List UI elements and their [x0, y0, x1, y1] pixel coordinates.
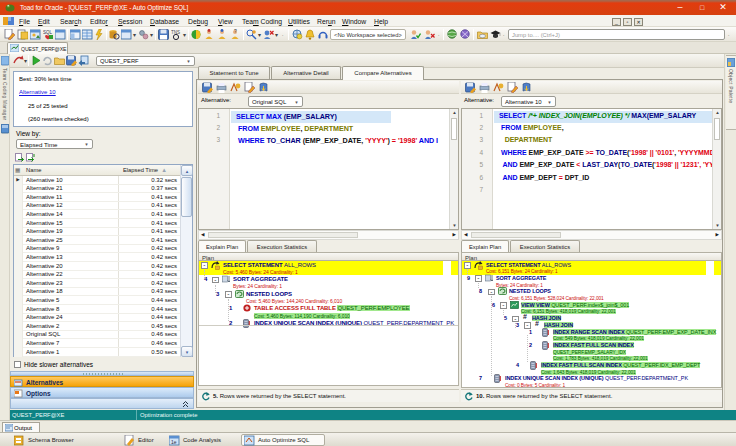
svg-text:1e: 1e [171, 439, 177, 445]
svg-text:TNS: TNS [171, 30, 180, 35]
svg-text:SQL: SQL [43, 30, 53, 35]
svg-text:?: ? [234, 29, 237, 34]
